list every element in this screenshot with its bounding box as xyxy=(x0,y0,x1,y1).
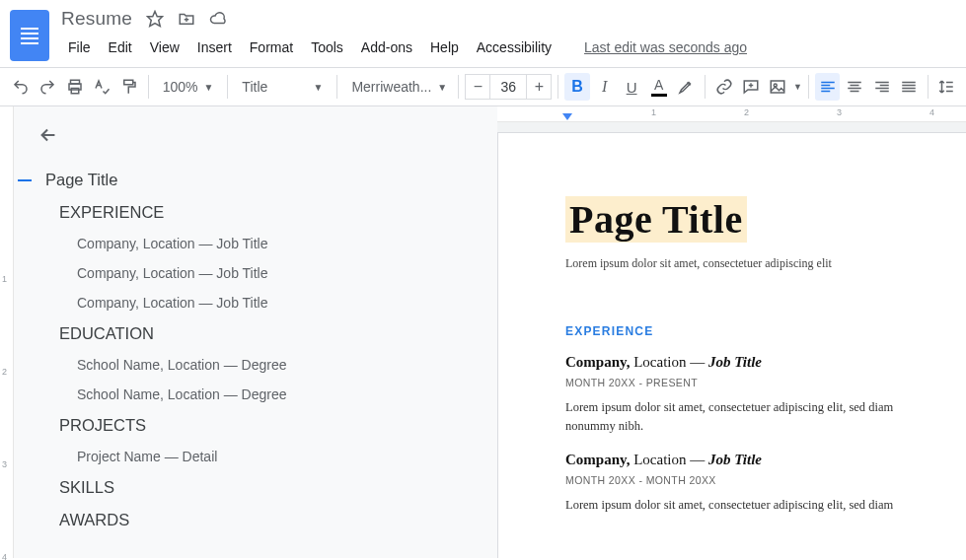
outline-item[interactable]: Company, Location — Job Title xyxy=(49,258,485,288)
menu-tools[interactable]: Tools xyxy=(304,35,350,59)
undo-button[interactable] xyxy=(8,73,34,101)
docs-logo-icon xyxy=(21,25,38,47)
menu-format[interactable]: Format xyxy=(243,35,300,59)
text-color-button[interactable]: A xyxy=(646,73,672,101)
outline-item-label: SKILLS xyxy=(59,478,114,497)
separator xyxy=(808,75,809,99)
zoom-value: 100% xyxy=(163,79,198,95)
underline-button[interactable]: U xyxy=(619,73,644,101)
separator xyxy=(928,75,929,99)
horizontal-ruler: 1 2 3 4 xyxy=(497,106,966,122)
job-location: Location — xyxy=(633,354,705,370)
outline-item-label: Company, Location — Job Title xyxy=(77,295,268,311)
menu-accessibility[interactable]: Accessibility xyxy=(470,35,558,59)
cloud-status-icon[interactable] xyxy=(209,10,227,28)
font-size-increase[interactable]: + xyxy=(526,74,552,100)
outline-item[interactable]: PROJECTS xyxy=(32,409,485,442)
ruler-tick: 4 xyxy=(929,107,934,117)
highlight-button[interactable] xyxy=(673,73,699,101)
document-page[interactable]: Page Title Lorem ipsum dolor sit amet, c… xyxy=(497,132,966,558)
back-arrow-button[interactable] xyxy=(37,124,485,146)
outline-item-label: Company, Location — Job Title xyxy=(77,265,268,281)
menu-help[interactable]: Help xyxy=(423,35,466,59)
chevron-down-icon: ▼ xyxy=(204,82,214,93)
outline-item-label: EDUCATION xyxy=(59,324,154,343)
align-right-button[interactable] xyxy=(869,73,895,101)
line-spacing-button[interactable] xyxy=(934,73,958,101)
ruler-tick: 2 xyxy=(744,107,749,117)
docs-logo[interactable] xyxy=(10,10,49,61)
ruler-tick: 1 xyxy=(651,107,656,117)
outline-item[interactable]: School Name, Location — Degree xyxy=(49,380,485,409)
ruler-tick: 1 xyxy=(2,274,7,284)
menu-edit[interactable]: Edit xyxy=(102,35,139,59)
job-entry[interactable]: Company, Location — Job Title MONTH 20XX… xyxy=(565,354,944,436)
outline-item[interactable]: Company, Location — Job Title xyxy=(49,229,485,258)
outline-item[interactable]: EDUCATION xyxy=(32,317,485,350)
font-select[interactable]: Merriweath... ▼ xyxy=(343,73,452,101)
separator xyxy=(227,75,228,99)
job-body: Lorem ipsum dolor sit amet, consectetuer… xyxy=(565,398,944,436)
section-heading-experience[interactable]: EXPERIENCE xyxy=(565,324,944,338)
page-title[interactable]: Page Title xyxy=(565,196,747,243)
vertical-ruler: 1 2 3 4 xyxy=(0,106,14,558)
job-company: Company, xyxy=(565,452,630,467)
outline-item[interactable]: EXPERIENCE xyxy=(32,196,485,229)
outline-item[interactable]: Project Name — Detail xyxy=(49,442,485,471)
outline-current-marker xyxy=(18,179,32,181)
job-dates: MONTH 20XX - PRESENT xyxy=(565,377,944,388)
star-icon[interactable] xyxy=(146,10,164,28)
last-edit-link[interactable]: Last edit was seconds ago xyxy=(584,39,747,55)
ruler-tick: 4 xyxy=(2,552,7,560)
insert-link-button[interactable] xyxy=(711,73,737,101)
spellcheck-button[interactable] xyxy=(90,73,115,101)
italic-button[interactable]: I xyxy=(592,73,618,101)
zoom-select[interactable]: 100% ▼ xyxy=(155,73,222,101)
insert-image-button[interactable]: ▼ xyxy=(766,73,802,101)
job-title: Job Title xyxy=(708,452,762,467)
bold-button[interactable]: B xyxy=(564,73,590,101)
menu-addons[interactable]: Add-ons xyxy=(354,35,419,59)
align-left-button[interactable] xyxy=(815,73,841,101)
separator xyxy=(148,75,149,99)
paragraph-style-select[interactable]: Title ▼ xyxy=(234,73,331,101)
separator xyxy=(458,75,459,99)
outline-item[interactable]: Company, Location — Job Title xyxy=(49,288,485,317)
menu-file[interactable]: File xyxy=(61,35,98,59)
header: Resume File Edit View Insert Format Tool… xyxy=(0,0,966,61)
redo-button[interactable] xyxy=(36,73,61,101)
svg-rect-4 xyxy=(124,80,133,85)
canvas-area: 1 2 3 4 Page Title Lorem ipsum dolor sit… xyxy=(497,106,966,558)
align-justify-button[interactable] xyxy=(897,73,923,101)
style-value: Title xyxy=(242,79,267,95)
chevron-down-icon: ▼ xyxy=(314,82,324,93)
paint-format-button[interactable] xyxy=(116,73,142,101)
job-location: Location — xyxy=(633,452,705,467)
outline-item[interactable]: AWARDS xyxy=(32,504,485,536)
font-size-decrease[interactable]: − xyxy=(465,74,490,100)
job-body: Lorem ipsum dolor sit amet, consectetuer… xyxy=(565,496,944,515)
page-subtitle[interactable]: Lorem ipsum dolor sit amet, consectetuer… xyxy=(565,256,944,271)
outline-item-label: AWARDS xyxy=(59,511,129,529)
outline-item[interactable]: SKILLS xyxy=(32,471,485,504)
print-button[interactable] xyxy=(62,73,88,101)
align-center-button[interactable] xyxy=(842,73,867,101)
insert-comment-button[interactable] xyxy=(738,73,764,101)
menu-view[interactable]: View xyxy=(143,35,186,59)
document-title[interactable]: Resume xyxy=(61,8,132,30)
outline-item[interactable]: Page Title xyxy=(32,164,485,196)
job-dates: MONTH 20XX - MONTH 20XX xyxy=(565,474,944,486)
menu-insert[interactable]: Insert xyxy=(190,35,239,59)
indent-marker[interactable] xyxy=(562,113,572,120)
menubar: File Edit View Insert Format Tools Add-o… xyxy=(61,35,956,59)
outline-item-label: Page Title xyxy=(45,171,117,189)
outline-item-label: EXPERIENCE xyxy=(59,203,164,222)
outline-item[interactable]: School Name, Location — Degree xyxy=(49,350,485,380)
text-color-swatch xyxy=(651,94,667,97)
ruler-tick: 3 xyxy=(837,107,842,117)
move-icon[interactable] xyxy=(178,10,195,28)
outline-item-label: Company, Location — Job Title xyxy=(77,236,268,251)
font-size-input[interactable] xyxy=(490,74,526,100)
job-entry[interactable]: Company, Location — Job Title MONTH 20XX… xyxy=(565,452,944,515)
outline-item-label: School Name, Location — Degree xyxy=(77,386,286,402)
